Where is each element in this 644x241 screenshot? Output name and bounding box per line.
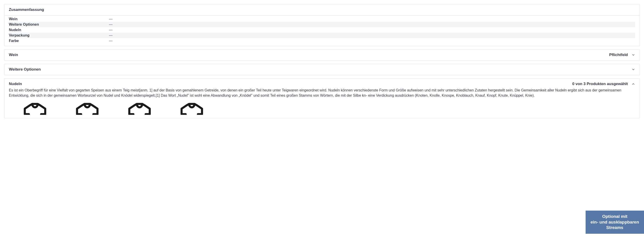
selected-count-label: 0 von 3 Produkten ausgewählt: [572, 82, 628, 86]
summary-row-label: Nudeln: [9, 28, 109, 32]
section-wein-header[interactable]: Wein Pflichtfeld: [4, 49, 640, 60]
summary-row-value: ---: [109, 39, 635, 43]
section-weitere-title: Weitere Optionen: [9, 67, 41, 72]
chevron-up-icon: [632, 82, 635, 86]
section-nudeln-body: Es ist ein Oberbegriff für eine Vielfalt…: [4, 87, 640, 118]
summary-table: Wein --- Weitere Optionen --- Nudeln ---…: [4, 15, 640, 46]
section-wein: Wein Pflichtfeld: [4, 49, 640, 61]
chevron-down-icon: [632, 53, 635, 57]
summary-row-label: Wein: [9, 17, 109, 21]
summary-title: Zusammenfassung: [9, 7, 44, 12]
section-nudeln-header[interactable]: Nudeln 0 von 3 Produkten ausgewählt: [4, 78, 640, 87]
summary-row: Weitere Optionen ---: [9, 22, 635, 27]
summary-row-label: Verpackung: [9, 33, 109, 37]
shirt-icon: [122, 101, 156, 115]
required-label: Pflichtfeld: [609, 53, 628, 57]
summary-row-label: Weitere Optionen: [9, 22, 109, 26]
section-wein-title: Wein: [9, 53, 18, 57]
product-icons-row: [9, 98, 635, 115]
section-nudeln: Nudeln 0 von 3 Produkten ausgewählt Es i…: [4, 78, 640, 118]
summary-panel: Zusammenfassung Wein --- Weitere Optione…: [4, 4, 640, 46]
summary-row: Wein ---: [9, 16, 635, 22]
summary-header: Zusammenfassung: [4, 4, 640, 15]
section-weitere: Weitere Optionen: [4, 64, 640, 75]
shirt-icon: [175, 101, 209, 115]
summary-row: Nudeln ---: [9, 27, 635, 33]
summary-row-label: Farbe: [9, 39, 109, 43]
summary-row: Verpackung ---: [9, 33, 635, 38]
shirt-icon: [70, 101, 104, 115]
summary-row-value: ---: [109, 33, 635, 37]
section-weitere-header[interactable]: Weitere Optionen: [4, 64, 640, 75]
shirt-icon: [18, 101, 52, 115]
section-nudeln-title: Nudeln: [9, 82, 22, 86]
summary-row-value: ---: [109, 22, 635, 26]
summary-row-value: ---: [109, 17, 635, 21]
chevron-down-icon: [632, 68, 635, 71]
summary-row-value: ---: [109, 28, 635, 32]
summary-row: Farbe ---: [9, 38, 635, 43]
section-nudeln-description: Es ist ein Oberbegriff für eine Vielfalt…: [9, 87, 635, 98]
